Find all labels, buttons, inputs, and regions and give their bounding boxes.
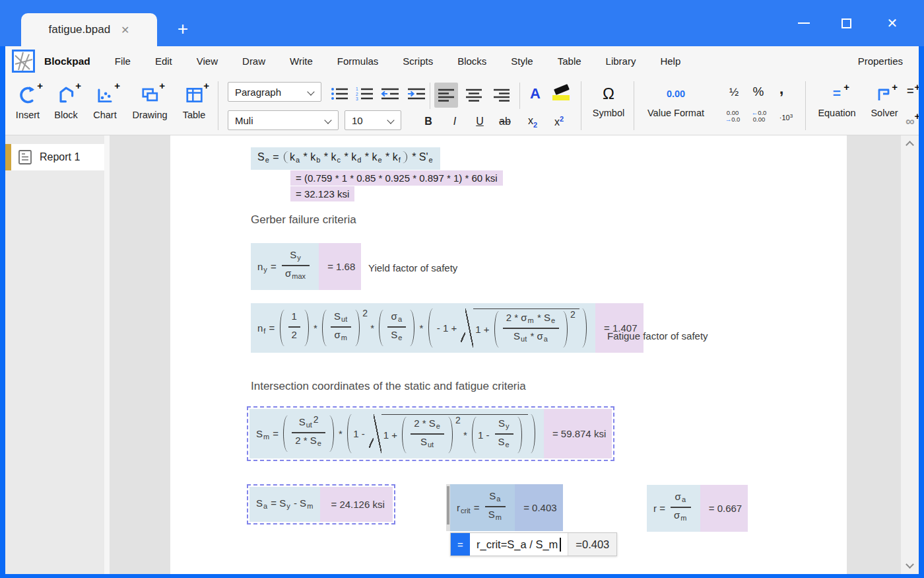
solver-button[interactable]: + Solver [865, 81, 904, 118]
table-button[interactable]: + Table [176, 84, 213, 120]
italic-button[interactable]: I [444, 113, 466, 130]
menu-properties[interactable]: Properties [858, 55, 903, 67]
strikethrough-icon: ab [499, 116, 511, 127]
formula-nf-result: = 1.407 [595, 303, 644, 353]
formula-ny-block[interactable]: ny = Syσmax = 1.68 [251, 243, 361, 290]
clipped-equation-button[interactable]: =+ [907, 81, 919, 98]
tab-close-icon[interactable]: ✕ [121, 24, 129, 36]
equals-button[interactable]: = [451, 533, 470, 556]
increase-decimal-button[interactable]: 0.00 →0.0 [721, 108, 744, 125]
outdent-button[interactable] [379, 84, 401, 104]
formula-se-block[interactable]: Se = ka * kb * kc * kd * ke * kf * S'e =… [251, 147, 503, 202]
font-color-button[interactable]: A [524, 84, 546, 104]
minimize-button[interactable] [789, 0, 818, 46]
scroll-down-icon[interactable] [906, 560, 914, 569]
numbered-list-button[interactable]: 123 [354, 84, 376, 104]
active-item-marker [5, 144, 11, 170]
fraction-format-button[interactable]: ½ [725, 84, 743, 101]
menu-formulas[interactable]: Formulas [337, 55, 379, 67]
underline-button[interactable]: U [469, 113, 491, 130]
align-left-icon [438, 88, 455, 102]
toolbar-divider [519, 83, 520, 109]
heading-intersection[interactable]: Intersection coordinates of the static a… [251, 380, 526, 393]
solver-flag-icon [875, 85, 894, 102]
plus-badge-icon: + [892, 81, 898, 92]
align-left-button[interactable] [434, 83, 458, 108]
plus-badge-icon: + [203, 80, 209, 91]
menu-bar: Blockpad File Edit View Draw Write Formu… [5, 46, 919, 76]
formula-se-evaluation: = (0.759 * 1 * 0.85 * 0.925 * 0.897 * 1)… [290, 170, 503, 186]
indent-button[interactable] [405, 84, 428, 104]
toolbar-divider [634, 81, 634, 130]
scientific-format-button[interactable]: ·103 [774, 109, 799, 125]
menu-draw[interactable]: Draw [242, 55, 265, 67]
equals-icon: = [907, 85, 914, 98]
block-button[interactable]: + Block [48, 84, 84, 120]
menu-view[interactable]: View [197, 55, 218, 67]
formula-sm-expression: Sm = Sut22 * Se * 1 - 1 + 2 * SeSut2 * 1… [249, 409, 544, 458]
plus-badge-icon: + [114, 80, 120, 91]
formula-nf-block[interactable]: nf = 12 * Sutσm2 * σaSe * - 1 + 1 + 2 * … [251, 303, 644, 353]
drawing-label: Drawing [132, 110, 167, 120]
symbol-button[interactable]: Ω Symbol [585, 81, 632, 118]
maximize-button[interactable] [832, 0, 861, 46]
text-cursor [560, 538, 561, 552]
formula-input[interactable]: r_crit=S_a / S_m [470, 533, 568, 556]
heading-gerber[interactable]: Gerber failure criteria [251, 213, 356, 227]
title-bar: fatigue.bpad ✕ + ✕ [0, 0, 924, 46]
formula-edit-bar[interactable]: = r_crit=S_a / S_m =0.403 [450, 532, 617, 556]
value-format-button[interactable]: 0.00 Value Format [638, 81, 714, 118]
new-tab-button[interactable]: + [170, 16, 195, 42]
menu-help[interactable]: Help [660, 55, 680, 67]
bold-icon: B [424, 116, 432, 127]
formula-sa-selection[interactable]: Sa = Sy - Sm = 24.126 ksi [247, 484, 395, 524]
document-tab[interactable]: fatigue.bpad ✕ [21, 13, 157, 46]
clipped-link-button[interactable]: ∞+ [906, 110, 919, 129]
equation-button[interactable]: =+ Equation [810, 81, 863, 118]
menu-blocks[interactable]: Blocks [457, 55, 486, 67]
bullet-list-button[interactable] [329, 84, 351, 104]
toolbar-divider [218, 81, 218, 130]
menu-write[interactable]: Write [290, 55, 313, 67]
paragraph-style-select[interactable]: Paragraph [228, 82, 321, 102]
percent-format-button[interactable]: % [748, 83, 768, 101]
formula-r-block[interactable]: r = σaσm = 0.667 [647, 485, 748, 532]
plus-badge-icon: + [159, 80, 165, 91]
formula-rcrit-block[interactable]: rcrit = SaSm = 0.403 [446, 484, 563, 531]
menu-edit[interactable]: Edit [155, 55, 172, 67]
strikethrough-button[interactable]: ab [494, 113, 516, 130]
menu-scripts[interactable]: Scripts [403, 55, 433, 67]
align-center-button[interactable] [462, 83, 486, 108]
superscript-button[interactable]: x2 [548, 113, 570, 130]
decrease-decimal-button[interactable]: ←0.0 0.00 [747, 108, 771, 125]
caption-fatigue[interactable]: Fatigue factor of safety [607, 330, 708, 342]
font-name-select[interactable]: Muli [228, 110, 339, 130]
highlight-button[interactable] [550, 84, 573, 104]
insert-icon [16, 84, 39, 106]
chart-button[interactable]: + Chart [86, 84, 124, 120]
menu-blockpad[interactable]: Blockpad [44, 55, 90, 67]
menu-file[interactable]: File [115, 55, 131, 67]
scroll-up-icon[interactable] [906, 141, 914, 149]
vertical-scrollbar[interactable] [901, 135, 919, 574]
plus-badge-icon: + [843, 81, 849, 92]
scientific-icon: ·103 [779, 113, 793, 122]
formula-sm-selection[interactable]: Sm = Sut22 * Se * 1 - 1 + 2 * SeSut2 * 1… [247, 406, 614, 461]
formula-sm-block[interactable]: Sm = Sut22 * Se * 1 - 1 + 2 * SeSut2 * 1… [249, 409, 612, 458]
comma-format-button[interactable]: , [775, 79, 788, 98]
formula-sa-block[interactable]: Sa = Sy - Sm = 24.126 ksi [249, 487, 393, 522]
close-button[interactable]: ✕ [878, 0, 907, 46]
insert-button[interactable]: + Insert [9, 84, 46, 120]
formula-drag-handle[interactable] [446, 484, 450, 531]
caption-yield[interactable]: Yield factor of safety [368, 262, 457, 273]
menu-table[interactable]: Table [558, 55, 581, 67]
menu-style[interactable]: Style [511, 55, 533, 67]
drawing-button[interactable]: + Drawing [127, 84, 173, 120]
subscript-button[interactable]: x2 [521, 113, 544, 130]
sidebar-item-report-1[interactable]: Report 1 [5, 144, 104, 170]
font-size-select[interactable]: 10 [345, 110, 401, 130]
menu-library[interactable]: Library [606, 55, 636, 67]
bold-button[interactable]: B [417, 113, 440, 130]
align-right-button[interactable] [490, 83, 513, 108]
chevron-down-icon [307, 88, 314, 95]
